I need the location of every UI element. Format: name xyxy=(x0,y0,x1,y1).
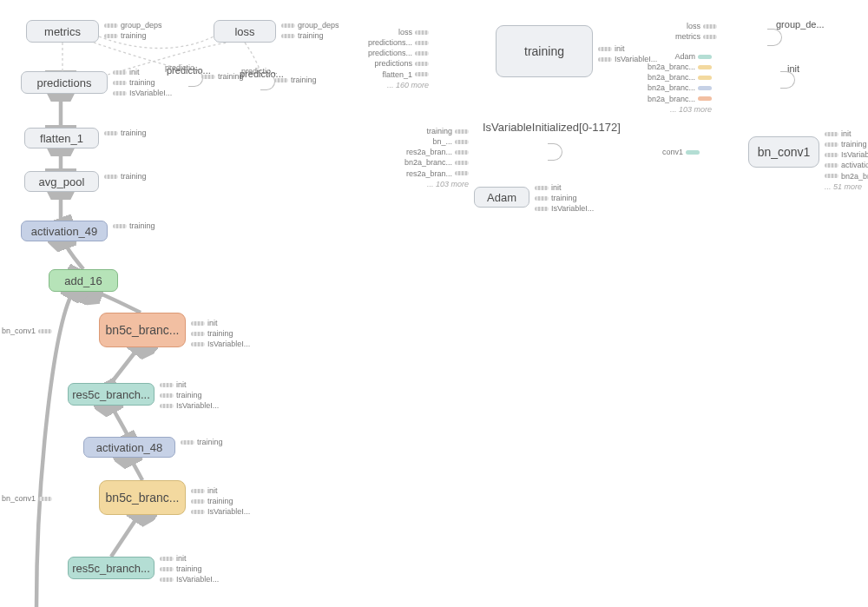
port-right: training xyxy=(104,171,147,181)
port-right: inittrainingIsVariableI... xyxy=(160,553,219,584)
port-right: training xyxy=(181,437,223,447)
port-left: losspredictions...predictions...predicti… xyxy=(368,27,429,90)
node-activation_49[interactable]: activation_49 xyxy=(21,221,108,241)
port-left: bn_conv1 xyxy=(2,326,52,336)
node-flatten_1[interactable]: flatten_1 xyxy=(24,128,99,148)
port-right: inittrainingIsVariableI... xyxy=(191,318,250,349)
port-right: group_depstraining xyxy=(281,20,339,41)
node-loss[interactable]: loss xyxy=(214,20,276,43)
graph-canvas: metricsgroup_depstraininglossgroup_depst… xyxy=(0,0,868,607)
selfloop xyxy=(780,71,795,89)
port-left: bn_conv1 xyxy=(2,493,52,504)
port-right: inittrainingIsVariableI... xyxy=(113,67,172,98)
node-res5c_branch_a[interactable]: res5c_branch... xyxy=(68,383,155,406)
port-right: training xyxy=(113,221,155,231)
node-bn5c_branc_b[interactable]: bn5c_branc... xyxy=(99,480,186,515)
node-training[interactable]: training xyxy=(496,25,593,77)
label-groupde: group_de... xyxy=(776,19,825,30)
port-right: inittrainingIsVariableI... xyxy=(535,182,594,214)
label-isvarinit: IsVariableInitialized[0-1172] xyxy=(483,121,621,134)
port-left: lossmetrics xyxy=(675,21,717,42)
edge-bn5c_branc_a-res5c_branch_a xyxy=(111,347,139,383)
predictio1: predictio... xyxy=(165,63,201,72)
node-res5c_branch_b[interactable]: res5c_branch... xyxy=(68,557,155,579)
port-right: training xyxy=(201,71,244,82)
selfloop xyxy=(260,73,275,90)
node-bn_conv1[interactable]: bn_conv1 xyxy=(748,136,819,168)
port-right: inittrainingIsVariableI...activation_1bn… xyxy=(825,129,868,192)
node-avg_pool[interactable]: avg_pool xyxy=(24,171,99,192)
node-metrics[interactable]: metrics xyxy=(26,20,99,43)
node-activation_48[interactable]: activation_48 xyxy=(83,437,175,458)
selfloop xyxy=(548,143,562,161)
port-right: training xyxy=(274,75,317,85)
port-right: group_depstraining xyxy=(104,20,162,41)
node-add_16[interactable]: add_16 xyxy=(49,269,118,292)
predictio2: predictio... xyxy=(241,67,278,76)
edge-add_16-bn5c_branc_a xyxy=(95,292,141,313)
node-predictions[interactable]: predictions xyxy=(21,71,108,94)
port-left: conv1 xyxy=(662,147,700,157)
edge-activation_49-add_16 xyxy=(64,241,83,269)
node-bn5c_branc_a[interactable]: bn5c_branc... xyxy=(99,313,186,347)
edge-bn5c_branc_b-res5c_branch_b xyxy=(111,515,139,557)
port-right: inittrainingIsVariableI... xyxy=(191,485,250,517)
port-right: inittrainingIsVariableI... xyxy=(160,379,219,411)
edge-activation_48-bn5c_branc_b xyxy=(130,458,142,480)
port-right: training xyxy=(104,128,147,138)
selfloop xyxy=(767,29,782,46)
port-left: trainingbn_...res2a_bran...bn2a_branc...… xyxy=(404,126,469,189)
node-Adam[interactable]: Adam xyxy=(474,187,529,208)
port-left: Adambn2a_branc...bn2a_branc...bn2a_branc… xyxy=(648,51,712,115)
edge-res5c_branch_a-activation_48 xyxy=(111,406,128,437)
